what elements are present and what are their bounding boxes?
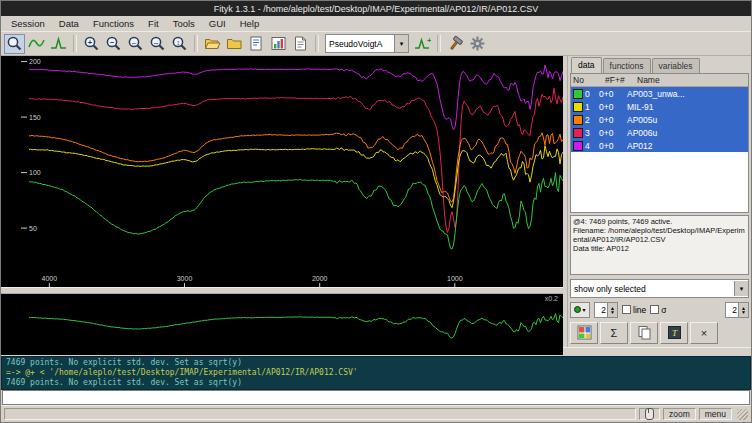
- previous-zoom-button[interactable]: ←: [125, 34, 146, 54]
- checkbox-icon[interactable]: [650, 305, 659, 314]
- add-peak-mode-button[interactable]: [48, 34, 69, 54]
- table-row[interactable]: 00+0AP003_unwa...: [571, 87, 748, 100]
- data-table-header: No#F+#Name: [571, 74, 748, 87]
- chevron-down-icon[interactable]: ▾: [734, 281, 748, 296]
- mag-icon: ←: [127, 35, 144, 52]
- transform-data-button[interactable]: T: [660, 322, 688, 344]
- spinner-arrows-icon[interactable]: ▲▼: [738, 303, 748, 317]
- zoom-status-button[interactable]: zoom: [663, 408, 696, 420]
- sigma-size-spinner[interactable]: 2 ▲▼: [725, 302, 749, 318]
- execute-script-button[interactable]: [246, 34, 267, 54]
- console-line: 7469 points. No explicit std. dev. Set a…: [6, 358, 746, 368]
- info-title: Data title: AP012: [573, 244, 746, 253]
- table-row[interactable]: 30+0AP006u: [571, 126, 748, 139]
- table-row[interactable]: 40+0AP012: [571, 139, 748, 152]
- main-plot-svg: 200150100504000300020001000: [1, 56, 563, 287]
- settings-button[interactable]: [467, 34, 488, 54]
- open-file-button[interactable]: [202, 34, 223, 54]
- plot-splitter[interactable]: [1, 287, 563, 294]
- menu-functions[interactable]: Functions: [86, 17, 141, 31]
- spinner-arrows-icon[interactable]: ▲▼: [607, 303, 617, 317]
- export-image-button[interactable]: [268, 34, 289, 54]
- status-message-panel: [4, 408, 636, 420]
- column-header: #F+#: [603, 74, 635, 86]
- zoom-out-button[interactable]: −: [103, 34, 124, 54]
- point-size-value: 2: [595, 303, 607, 317]
- delete-dataset-button[interactable]: ×: [690, 322, 718, 344]
- x-tick-label: 2000: [312, 275, 328, 282]
- status-menu-label: menu: [705, 409, 726, 419]
- resize-grip[interactable]: [737, 409, 748, 420]
- point-style-button[interactable]: ▾: [570, 302, 590, 318]
- table-row[interactable]: 10+0MIL-91: [571, 100, 748, 113]
- x-tick-label: 1000: [447, 275, 463, 282]
- sigma-checkbox[interactable]: σ: [650, 305, 666, 315]
- run-fit-button[interactable]: [445, 34, 466, 54]
- row-dataset-name: MIL-91: [627, 102, 748, 112]
- row-number: 0: [585, 89, 599, 99]
- zoom-all-horizontally-button[interactable]: ↔: [147, 34, 168, 54]
- output-console[interactable]: 7469 points. No explicit std. dev. Set a…: [1, 356, 751, 390]
- zoom-status-label: zoom: [669, 409, 690, 419]
- line-checkbox[interactable]: line: [622, 305, 646, 315]
- color-swatch-icon[interactable]: [573, 115, 583, 125]
- y-tick-label: 100: [29, 169, 41, 176]
- menu-tools[interactable]: Tools: [166, 17, 202, 31]
- menu-gui[interactable]: GUI: [202, 17, 233, 31]
- row-dataset-name: AP006u: [627, 128, 748, 138]
- svg-text:−: −: [110, 38, 115, 47]
- mag-icon: +: [83, 35, 100, 52]
- script-icon: [248, 35, 265, 52]
- tab-functions[interactable]: functions: [603, 58, 651, 73]
- show-filter-dropdown[interactable]: show only selected ▾: [570, 279, 749, 298]
- filter-dropdown-value: show only selected: [571, 284, 734, 294]
- tab-variables[interactable]: variables: [652, 58, 700, 73]
- transform-icon: T: [667, 325, 682, 342]
- row-function-count: 0+0: [599, 115, 627, 125]
- edit-data-button[interactable]: [570, 322, 598, 344]
- auto-add-peak-button[interactable]: +: [412, 34, 433, 54]
- sum-datasets-button[interactable]: Σ: [600, 322, 628, 344]
- sigma-size-value: 2: [726, 303, 738, 317]
- y-tick-label: 200: [29, 58, 41, 65]
- main-plot[interactable]: 200150100504000300020001000: [1, 56, 563, 287]
- chevron-down-icon[interactable]: ▾: [394, 35, 408, 52]
- menu-session[interactable]: Session: [4, 17, 52, 31]
- tab-data[interactable]: data: [571, 57, 602, 73]
- menu-help[interactable]: Help: [233, 17, 267, 31]
- copy-dataset-button[interactable]: [630, 322, 658, 344]
- status-menu-button[interactable]: menu: [699, 408, 732, 420]
- main-area: 200150100504000300020001000 x0.2 datafun…: [1, 56, 751, 347]
- zoom-all-vertically-button[interactable]: ↕: [169, 34, 190, 54]
- color-swatch-icon[interactable]: [573, 141, 583, 151]
- color-swatch-icon[interactable]: [573, 102, 583, 112]
- zoom-in-button[interactable]: +: [81, 34, 102, 54]
- dataset-info: @4: 7469 points, 7469 active. Filename: …: [570, 215, 749, 275]
- menu-data[interactable]: Data: [52, 17, 86, 31]
- color-swatch-icon[interactable]: [573, 89, 583, 99]
- command-input[interactable]: [2, 390, 750, 405]
- gear-icon: [469, 35, 486, 52]
- title-bar: Fityk 1.3.1 - /home/aleplo/test/Desktop/…: [1, 1, 751, 16]
- function-type-dropdown[interactable]: PseudoVoigtA▾: [325, 34, 409, 53]
- show-log-button[interactable]: [290, 34, 311, 54]
- grid-icon: [577, 325, 592, 342]
- menu-bar: SessionDataFunctionsFitToolsGUIHelp: [1, 16, 751, 31]
- menu-fit[interactable]: Fit: [141, 17, 166, 31]
- row-number: 4: [585, 141, 599, 151]
- y-tick-label: 50: [29, 225, 37, 232]
- data-range-mode-button[interactable]: [26, 34, 47, 54]
- status-bar: zoom menu: [1, 405, 751, 422]
- row-number: 3: [585, 128, 599, 138]
- color-swatch-icon[interactable]: [573, 128, 583, 138]
- data-table: No#F+#Name 00+0AP003_unwa...10+0MIL-9120…: [570, 73, 749, 213]
- row-function-count: 0+0: [599, 102, 627, 112]
- table-row[interactable]: 20+0AP005u: [571, 113, 748, 126]
- point-size-spinner[interactable]: 2 ▲▼: [594, 302, 618, 318]
- checkbox-icon[interactable]: [622, 305, 631, 314]
- zoom-mode-button[interactable]: [4, 34, 25, 54]
- mag-icon: [6, 35, 23, 52]
- aux-plot[interactable]: x0.2: [1, 294, 563, 355]
- sidebar: datafunctionsvariables No#F+#Name 00+0AP…: [567, 56, 751, 347]
- save-session-button[interactable]: [224, 34, 245, 54]
